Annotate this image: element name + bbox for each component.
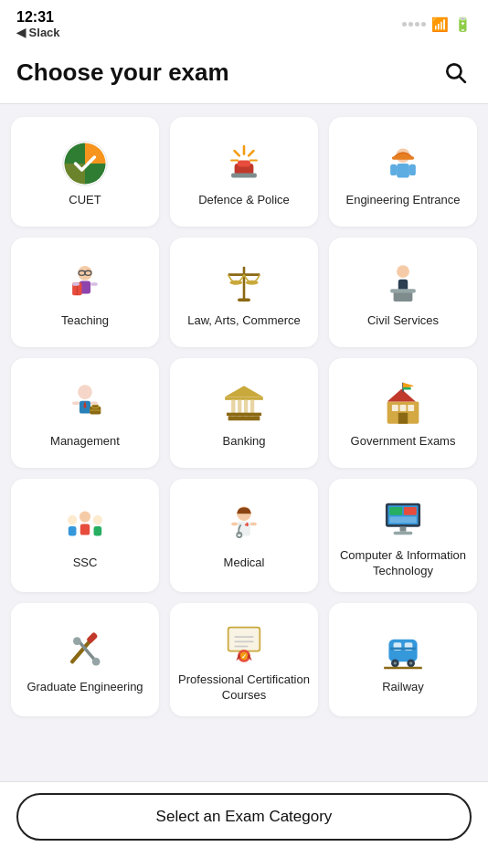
banking-icon: [220, 381, 268, 429]
svg-rect-49: [227, 412, 261, 415]
status-left: 12:31 ◀ Slack: [16, 9, 60, 39]
svg-rect-13: [397, 164, 409, 178]
category-card-banking[interactable]: Banking: [170, 358, 318, 468]
svg-rect-38: [92, 405, 99, 408]
svg-rect-57: [408, 405, 414, 411]
ssc-label: SSC: [73, 556, 98, 571]
category-card-medical[interactable]: Medical: [170, 479, 318, 592]
graduate-engineering-icon: [61, 627, 109, 674]
svg-rect-10: [231, 173, 257, 177]
professional-cert-label: Professional Certification Courses: [177, 672, 311, 704]
defence-police-icon: [220, 140, 268, 187]
battery-icon: 🔋: [454, 16, 472, 33]
category-card-teaching[interactable]: Teaching: [11, 238, 159, 347]
svg-rect-70: [231, 523, 238, 525]
banking-label: Banking: [223, 434, 266, 450]
category-card-engineering-entrance[interactable]: Engineering Entrance: [329, 117, 477, 227]
svg-rect-24: [90, 282, 98, 285]
search-icon: [443, 60, 467, 84]
svg-rect-12: [392, 156, 414, 159]
svg-rect-75: [404, 507, 417, 515]
teaching-label: Teaching: [61, 313, 109, 329]
svg-rect-33: [390, 289, 416, 292]
select-exam-button[interactable]: Select an Exam Category: [16, 793, 472, 841]
svg-line-7: [235, 151, 239, 155]
svg-rect-71: [250, 523, 257, 525]
status-icons: 📶 🔋: [402, 16, 472, 33]
search-button[interactable]: [439, 56, 472, 89]
svg-rect-41: [90, 401, 98, 404]
svg-rect-58: [398, 412, 408, 423]
medical-icon: [220, 503, 268, 550]
computer-it-icon: [379, 495, 427, 543]
signal-dots: [402, 22, 426, 26]
category-grid: CUET Defence & Police Engineering Entran…: [0, 104, 488, 716]
category-card-graduate-engineering[interactable]: Graduate Engineering: [11, 603, 159, 716]
category-card-management[interactable]: Management: [11, 358, 159, 468]
category-card-computer-it[interactable]: Computer & Information Technology: [329, 479, 477, 592]
ssc-icon: [61, 503, 109, 550]
svg-point-83: [73, 637, 81, 645]
category-card-law-arts-commerce[interactable]: Law, Arts, Commerce: [170, 238, 318, 347]
law-arts-commerce-icon: [220, 260, 268, 308]
cuet-icon: [61, 140, 109, 187]
back-label[interactable]: ◀ Slack: [16, 26, 60, 39]
svg-rect-31: [398, 279, 408, 290]
category-card-professional-cert[interactable]: ✓ Professional Certification Courses: [170, 603, 318, 716]
wifi-icon: 📶: [431, 16, 449, 33]
category-card-ssc[interactable]: SSC: [11, 479, 159, 592]
svg-marker-51: [387, 388, 416, 401]
svg-text:✓: ✓: [241, 653, 247, 660]
svg-rect-4: [238, 160, 250, 166]
svg-point-28: [246, 280, 259, 284]
svg-point-100: [409, 662, 412, 664]
svg-point-27: [229, 280, 242, 284]
svg-rect-78: [394, 532, 413, 535]
bottom-bar: Select an Exam Category: [0, 781, 488, 868]
svg-rect-56: [400, 405, 407, 411]
svg-point-34: [78, 385, 92, 399]
civil-services-icon: [379, 260, 427, 308]
category-card-defence-police[interactable]: Defence & Police: [170, 117, 318, 227]
government-exams-label: Government Exams: [351, 434, 456, 450]
svg-line-6: [249, 151, 253, 155]
svg-rect-40: [72, 401, 80, 404]
government-exams-icon: [379, 381, 427, 429]
engineering-entrance-icon: [379, 140, 427, 187]
svg-point-82: [92, 658, 101, 666]
law-arts-commerce-label: Law, Arts, Commerce: [187, 313, 301, 329]
civil-services-label: Civil Services: [367, 313, 439, 329]
page-header: Choose your exam: [0, 45, 488, 104]
professional-cert-icon: ✓: [220, 619, 268, 667]
management-label: Management: [50, 434, 120, 450]
teaching-icon: [61, 260, 109, 308]
svg-point-30: [397, 265, 409, 278]
engineering-entrance-label: Engineering Entrance: [345, 193, 460, 208]
svg-rect-23: [72, 282, 80, 285]
svg-rect-44: [225, 397, 263, 399]
svg-rect-77: [400, 527, 407, 532]
svg-rect-54: [403, 386, 411, 389]
svg-rect-55: [392, 405, 398, 411]
management-icon: [61, 381, 109, 429]
category-card-railway[interactable]: Railway: [329, 603, 477, 716]
svg-rect-60: [80, 524, 90, 535]
svg-rect-84: [228, 627, 260, 651]
svg-rect-69: [247, 523, 249, 526]
computer-it-label: Computer & Information Technology: [336, 548, 470, 579]
status-time: 12:31: [16, 9, 60, 26]
svg-line-1: [460, 77, 465, 82]
page-title: Choose your exam: [16, 58, 229, 87]
svg-rect-14: [390, 164, 397, 175]
svg-rect-64: [94, 526, 102, 535]
status-bar: 12:31 ◀ Slack 📶 🔋: [0, 0, 488, 45]
svg-rect-93: [388, 640, 417, 662]
category-card-cuet[interactable]: CUET: [11, 117, 159, 227]
category-card-civil-services[interactable]: Civil Services: [329, 238, 477, 347]
defence-police-label: Defence & Police: [198, 193, 290, 208]
svg-rect-62: [69, 526, 77, 535]
svg-point-61: [68, 515, 77, 524]
svg-point-63: [93, 515, 102, 524]
svg-rect-76: [389, 516, 416, 523]
category-card-government-exams[interactable]: Government Exams: [329, 358, 477, 468]
